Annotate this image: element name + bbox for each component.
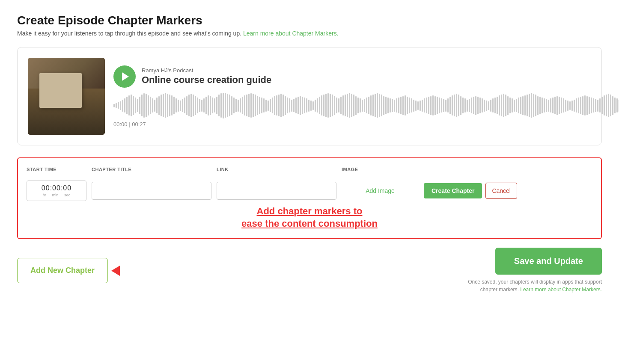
col-start-time: START TIME bbox=[27, 167, 86, 172]
player-card: Ramya HJ's Podcast Online course creatio… bbox=[17, 47, 602, 145]
col-link: LINK bbox=[217, 167, 336, 172]
play-icon bbox=[122, 72, 129, 81]
chapter-form-row: 00:00:00 hr min sec Add Image Create Cha… bbox=[27, 181, 592, 201]
waveform-container: 00:00 | 00:27 bbox=[113, 93, 619, 127]
time-value: 00:00:00 bbox=[42, 184, 71, 192]
time-total: 00:27 bbox=[132, 121, 146, 127]
arrow-annotation: Add New Chapter bbox=[17, 258, 120, 283]
chapter-note: Once saved, your chapters will display i… bbox=[465, 278, 602, 293]
time-current: 00:00 bbox=[113, 121, 128, 127]
chapter-link-input[interactable] bbox=[217, 182, 336, 200]
play-button[interactable] bbox=[113, 65, 136, 88]
chapter-title-input[interactable] bbox=[92, 182, 211, 200]
waveform bbox=[113, 93, 619, 118]
episode-title: Online course creation guide bbox=[142, 74, 271, 86]
col-chapter-title: CHAPTER TITLE bbox=[92, 167, 211, 172]
episode-thumbnail bbox=[28, 58, 105, 135]
bottom-right: Save and Update Once saved, your chapter… bbox=[465, 248, 602, 293]
subtitle-text: Make it easy for your listeners to tap t… bbox=[17, 30, 241, 37]
col-image: IMAGE bbox=[342, 167, 419, 172]
annotation-text: Add chapter markers to ease the content … bbox=[27, 205, 592, 230]
time-hr-label: hr bbox=[43, 193, 46, 197]
time-sec-label: sec bbox=[64, 193, 70, 197]
cancel-button[interactable]: Cancel bbox=[485, 183, 517, 199]
time-input-box: 00:00:00 hr min sec bbox=[27, 181, 86, 201]
create-chapter-button[interactable]: Create Chapter bbox=[424, 183, 482, 198]
bottom-bar: Add New Chapter Save and Update Once sav… bbox=[17, 248, 602, 293]
chapters-container: START TIME CHAPTER TITLE LINK IMAGE 00:0… bbox=[17, 157, 602, 239]
col-actions bbox=[424, 167, 592, 172]
note-link[interactable]: Learn more about Chapter Markers. bbox=[520, 287, 602, 293]
annotation-line2: ease the content consumption bbox=[241, 218, 378, 229]
player-header: Ramya HJ's Podcast Online course creatio… bbox=[113, 65, 619, 88]
player-content: Ramya HJ's Podcast Online course creatio… bbox=[113, 65, 619, 127]
learn-more-link[interactable]: Learn more about Chapter Markers. bbox=[243, 30, 339, 37]
time-min-label: min bbox=[52, 193, 59, 197]
annotation-line1: Add chapter markers to bbox=[257, 206, 363, 216]
red-arrow-icon bbox=[111, 266, 120, 276]
page-title: Create Episode Chapter Markers bbox=[17, 14, 602, 27]
chapters-header: START TIME CHAPTER TITLE LINK IMAGE bbox=[27, 167, 592, 175]
save-update-button[interactable]: Save and Update bbox=[495, 248, 602, 275]
thumbnail-image bbox=[28, 58, 105, 135]
time-labels: hr min sec bbox=[43, 193, 71, 197]
time-display: 00:00 | 00:27 bbox=[113, 121, 619, 127]
page-subtitle: Make it easy for your listeners to tap t… bbox=[17, 30, 602, 37]
add-new-chapter-button[interactable]: Add New Chapter bbox=[17, 258, 108, 283]
podcast-name: Ramya HJ's Podcast bbox=[142, 67, 271, 74]
annotation-container: Add chapter markers to ease the content … bbox=[27, 205, 592, 230]
action-buttons: Create Chapter Cancel bbox=[424, 183, 592, 199]
add-image-button[interactable]: Add Image bbox=[342, 187, 419, 194]
player-info: Ramya HJ's Podcast Online course creatio… bbox=[142, 67, 271, 86]
